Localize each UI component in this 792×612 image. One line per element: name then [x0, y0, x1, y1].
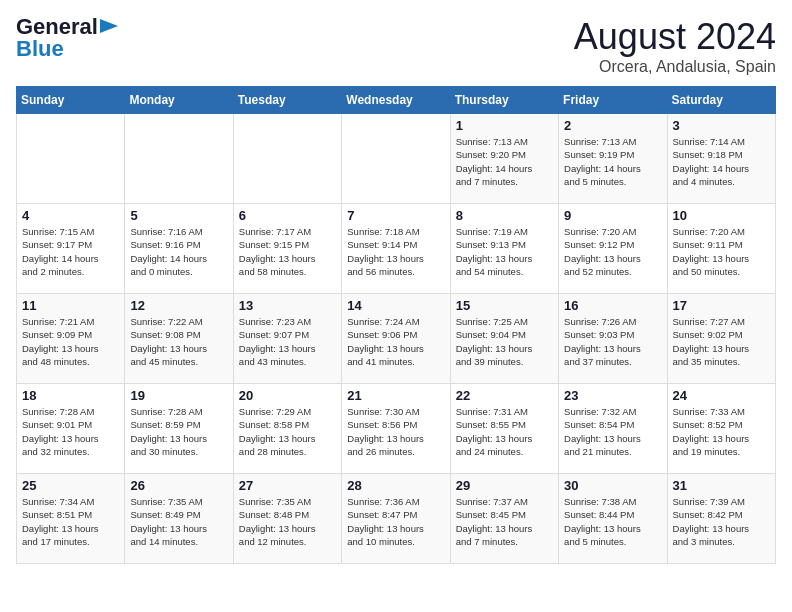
- day-info: Sunrise: 7:29 AMSunset: 8:58 PMDaylight:…: [239, 405, 336, 458]
- day-number: 7: [347, 208, 444, 223]
- day-info: Sunrise: 7:35 AMSunset: 8:49 PMDaylight:…: [130, 495, 227, 548]
- logo-blue: Blue: [16, 38, 64, 60]
- location-subtitle: Orcera, Andalusia, Spain: [574, 58, 776, 76]
- svg-marker-0: [100, 19, 118, 33]
- logo: General Blue: [16, 16, 118, 60]
- calendar-cell: 17Sunrise: 7:27 AMSunset: 9:02 PMDayligh…: [667, 294, 775, 384]
- day-number: 17: [673, 298, 770, 313]
- day-info: Sunrise: 7:31 AMSunset: 8:55 PMDaylight:…: [456, 405, 553, 458]
- calendar-cell: 6Sunrise: 7:17 AMSunset: 9:15 PMDaylight…: [233, 204, 341, 294]
- day-info: Sunrise: 7:33 AMSunset: 8:52 PMDaylight:…: [673, 405, 770, 458]
- day-number: 26: [130, 478, 227, 493]
- calendar-cell: [17, 114, 125, 204]
- day-number: 8: [456, 208, 553, 223]
- calendar-cell: 25Sunrise: 7:34 AMSunset: 8:51 PMDayligh…: [17, 474, 125, 564]
- day-number: 29: [456, 478, 553, 493]
- day-info: Sunrise: 7:20 AMSunset: 9:12 PMDaylight:…: [564, 225, 661, 278]
- calendar-cell: 23Sunrise: 7:32 AMSunset: 8:54 PMDayligh…: [559, 384, 667, 474]
- calendar-cell: 30Sunrise: 7:38 AMSunset: 8:44 PMDayligh…: [559, 474, 667, 564]
- calendar-week-4: 18Sunrise: 7:28 AMSunset: 9:01 PMDayligh…: [17, 384, 776, 474]
- col-wednesday: Wednesday: [342, 87, 450, 114]
- day-info: Sunrise: 7:13 AMSunset: 9:20 PMDaylight:…: [456, 135, 553, 188]
- day-number: 10: [673, 208, 770, 223]
- calendar-cell: 3Sunrise: 7:14 AMSunset: 9:18 PMDaylight…: [667, 114, 775, 204]
- day-number: 27: [239, 478, 336, 493]
- day-info: Sunrise: 7:28 AMSunset: 8:59 PMDaylight:…: [130, 405, 227, 458]
- day-info: Sunrise: 7:38 AMSunset: 8:44 PMDaylight:…: [564, 495, 661, 548]
- day-info: Sunrise: 7:17 AMSunset: 9:15 PMDaylight:…: [239, 225, 336, 278]
- calendar-cell: 20Sunrise: 7:29 AMSunset: 8:58 PMDayligh…: [233, 384, 341, 474]
- calendar-week-5: 25Sunrise: 7:34 AMSunset: 8:51 PMDayligh…: [17, 474, 776, 564]
- calendar-cell: [125, 114, 233, 204]
- col-tuesday: Tuesday: [233, 87, 341, 114]
- col-saturday: Saturday: [667, 87, 775, 114]
- calendar-cell: 11Sunrise: 7:21 AMSunset: 9:09 PMDayligh…: [17, 294, 125, 384]
- calendar-cell: 15Sunrise: 7:25 AMSunset: 9:04 PMDayligh…: [450, 294, 558, 384]
- calendar-cell: [233, 114, 341, 204]
- day-info: Sunrise: 7:20 AMSunset: 9:11 PMDaylight:…: [673, 225, 770, 278]
- calendar-cell: 13Sunrise: 7:23 AMSunset: 9:07 PMDayligh…: [233, 294, 341, 384]
- day-number: 25: [22, 478, 119, 493]
- day-info: Sunrise: 7:22 AMSunset: 9:08 PMDaylight:…: [130, 315, 227, 368]
- day-info: Sunrise: 7:26 AMSunset: 9:03 PMDaylight:…: [564, 315, 661, 368]
- day-info: Sunrise: 7:18 AMSunset: 9:14 PMDaylight:…: [347, 225, 444, 278]
- day-number: 4: [22, 208, 119, 223]
- day-number: 24: [673, 388, 770, 403]
- calendar-cell: 8Sunrise: 7:19 AMSunset: 9:13 PMDaylight…: [450, 204, 558, 294]
- day-info: Sunrise: 7:39 AMSunset: 8:42 PMDaylight:…: [673, 495, 770, 548]
- col-thursday: Thursday: [450, 87, 558, 114]
- day-info: Sunrise: 7:21 AMSunset: 9:09 PMDaylight:…: [22, 315, 119, 368]
- col-sunday: Sunday: [17, 87, 125, 114]
- calendar-cell: 29Sunrise: 7:37 AMSunset: 8:45 PMDayligh…: [450, 474, 558, 564]
- day-info: Sunrise: 7:25 AMSunset: 9:04 PMDaylight:…: [456, 315, 553, 368]
- calendar-cell: 10Sunrise: 7:20 AMSunset: 9:11 PMDayligh…: [667, 204, 775, 294]
- day-number: 13: [239, 298, 336, 313]
- calendar-cell: 4Sunrise: 7:15 AMSunset: 9:17 PMDaylight…: [17, 204, 125, 294]
- day-number: 6: [239, 208, 336, 223]
- day-info: Sunrise: 7:19 AMSunset: 9:13 PMDaylight:…: [456, 225, 553, 278]
- calendar-cell: 19Sunrise: 7:28 AMSunset: 8:59 PMDayligh…: [125, 384, 233, 474]
- day-info: Sunrise: 7:13 AMSunset: 9:19 PMDaylight:…: [564, 135, 661, 188]
- day-number: 22: [456, 388, 553, 403]
- logo-general: General: [16, 16, 98, 38]
- day-number: 18: [22, 388, 119, 403]
- day-number: 23: [564, 388, 661, 403]
- day-info: Sunrise: 7:37 AMSunset: 8:45 PMDaylight:…: [456, 495, 553, 548]
- day-info: Sunrise: 7:30 AMSunset: 8:56 PMDaylight:…: [347, 405, 444, 458]
- month-title: August 2024: [574, 16, 776, 58]
- day-number: 9: [564, 208, 661, 223]
- calendar-cell: 28Sunrise: 7:36 AMSunset: 8:47 PMDayligh…: [342, 474, 450, 564]
- day-number: 19: [130, 388, 227, 403]
- day-number: 15: [456, 298, 553, 313]
- calendar-cell: 14Sunrise: 7:24 AMSunset: 9:06 PMDayligh…: [342, 294, 450, 384]
- calendar-cell: 12Sunrise: 7:22 AMSunset: 9:08 PMDayligh…: [125, 294, 233, 384]
- day-number: 16: [564, 298, 661, 313]
- day-number: 1: [456, 118, 553, 133]
- day-number: 14: [347, 298, 444, 313]
- calendar-week-3: 11Sunrise: 7:21 AMSunset: 9:09 PMDayligh…: [17, 294, 776, 384]
- calendar-cell: 5Sunrise: 7:16 AMSunset: 9:16 PMDaylight…: [125, 204, 233, 294]
- header-row: Sunday Monday Tuesday Wednesday Thursday…: [17, 87, 776, 114]
- calendar-cell: 9Sunrise: 7:20 AMSunset: 9:12 PMDaylight…: [559, 204, 667, 294]
- day-info: Sunrise: 7:24 AMSunset: 9:06 PMDaylight:…: [347, 315, 444, 368]
- calendar-week-1: 1Sunrise: 7:13 AMSunset: 9:20 PMDaylight…: [17, 114, 776, 204]
- day-info: Sunrise: 7:28 AMSunset: 9:01 PMDaylight:…: [22, 405, 119, 458]
- day-number: 28: [347, 478, 444, 493]
- day-number: 30: [564, 478, 661, 493]
- calendar-cell: 1Sunrise: 7:13 AMSunset: 9:20 PMDaylight…: [450, 114, 558, 204]
- col-friday: Friday: [559, 87, 667, 114]
- calendar-cell: 18Sunrise: 7:28 AMSunset: 9:01 PMDayligh…: [17, 384, 125, 474]
- title-area: August 2024 Orcera, Andalusia, Spain: [574, 16, 776, 76]
- header: General Blue August 2024 Orcera, Andalus…: [16, 16, 776, 76]
- day-info: Sunrise: 7:14 AMSunset: 9:18 PMDaylight:…: [673, 135, 770, 188]
- day-info: Sunrise: 7:16 AMSunset: 9:16 PMDaylight:…: [130, 225, 227, 278]
- day-number: 21: [347, 388, 444, 403]
- day-number: 31: [673, 478, 770, 493]
- calendar-cell: 21Sunrise: 7:30 AMSunset: 8:56 PMDayligh…: [342, 384, 450, 474]
- calendar-cell: 31Sunrise: 7:39 AMSunset: 8:42 PMDayligh…: [667, 474, 775, 564]
- col-monday: Monday: [125, 87, 233, 114]
- day-info: Sunrise: 7:15 AMSunset: 9:17 PMDaylight:…: [22, 225, 119, 278]
- calendar-cell: 22Sunrise: 7:31 AMSunset: 8:55 PMDayligh…: [450, 384, 558, 474]
- calendar-cell: [342, 114, 450, 204]
- day-info: Sunrise: 7:35 AMSunset: 8:48 PMDaylight:…: [239, 495, 336, 548]
